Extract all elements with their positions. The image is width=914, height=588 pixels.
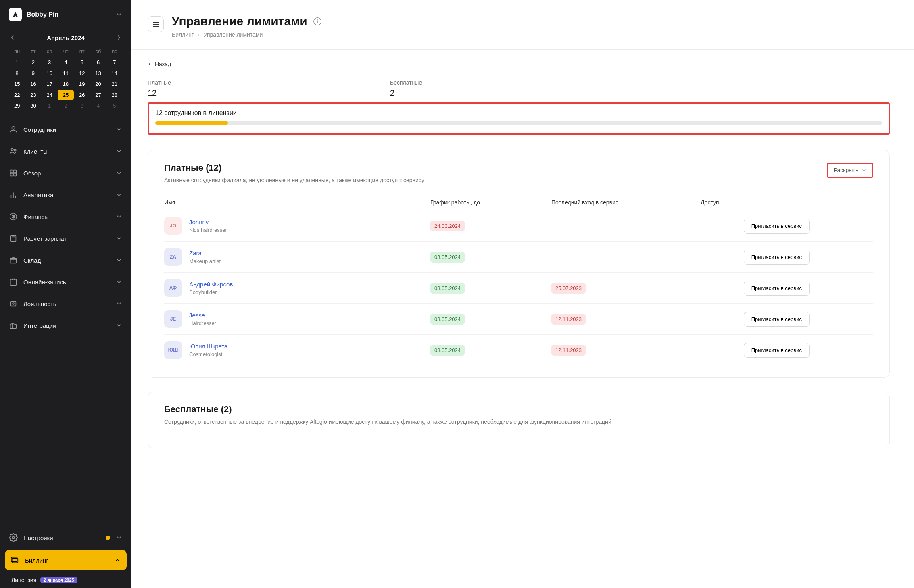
- nav-billing[interactable]: Биллинг: [5, 550, 127, 570]
- calendar-day[interactable]: 19: [74, 79, 90, 90]
- license-expiry-pill: 2 января 2025: [40, 577, 77, 583]
- stat-free-value: 2: [390, 88, 583, 98]
- employee-name[interactable]: Jesse: [189, 312, 216, 319]
- nav-license[interactable]: Лицензия 2 января 2025: [0, 572, 131, 588]
- calendar-day[interactable]: 29: [9, 100, 25, 111]
- calendar-day[interactable]: 23: [25, 90, 41, 100]
- calendar-day[interactable]: 22: [9, 90, 25, 100]
- calendar-day[interactable]: 20: [90, 79, 106, 90]
- brand-logo: [9, 8, 22, 21]
- brand-name: Bobby Pin: [27, 11, 111, 18]
- calendar-day[interactable]: 24: [42, 90, 58, 100]
- chevron-down-icon: [115, 126, 123, 133]
- breadcrumb-item[interactable]: Биллинг: [172, 31, 194, 38]
- calendar-day[interactable]: 3: [42, 57, 58, 68]
- free-card-desc: Сотрудники, ответственные за внедрение и…: [164, 418, 611, 426]
- back-label: Назад: [155, 61, 171, 67]
- calendar-day[interactable]: 7: [106, 57, 123, 68]
- employee-name[interactable]: Zara: [189, 250, 221, 256]
- nav-item[interactable]: Интеграции: [0, 315, 131, 336]
- employee-role: Kids hairdresser: [189, 227, 227, 233]
- nav-label: Аналитика: [23, 192, 110, 198]
- calendar-next-icon[interactable]: [115, 34, 123, 41]
- nav-item[interactable]: Склад: [0, 249, 131, 271]
- calendar-day[interactable]: 11: [58, 68, 74, 79]
- calendar-day[interactable]: 14: [106, 68, 123, 79]
- calendar-day[interactable]: 5: [106, 100, 123, 111]
- table-row: JOJohnnyKids hairdresser24.03.2024Пригла…: [164, 211, 873, 242]
- license-progress: [155, 121, 882, 125]
- calendar-day[interactable]: 2: [25, 57, 41, 68]
- stat-paid-value: 12: [148, 88, 357, 98]
- employee-name[interactable]: Юлия Шкрета: [189, 343, 227, 350]
- billing-icon: [10, 556, 19, 565]
- page-title: Управление лимитами: [172, 15, 307, 28]
- chevron-down-icon: [115, 191, 123, 198]
- info-icon[interactable]: [313, 17, 322, 26]
- calendar-dow: пн: [9, 46, 25, 57]
- employee-role: Bodybuilder: [189, 289, 233, 295]
- calendar-dow: ср: [42, 46, 58, 57]
- schedule-tag: 03.05.2024: [430, 283, 465, 294]
- calendar-day[interactable]: 21: [106, 79, 123, 90]
- calendar-day[interactable]: 1: [9, 57, 25, 68]
- nav-settings[interactable]: Настройки: [0, 527, 131, 548]
- calendar-day[interactable]: 13: [90, 68, 106, 79]
- calendar-day[interactable]: 25: [58, 90, 74, 100]
- chevron-down-icon: [115, 169, 123, 177]
- expand-button[interactable]: Раскрыть: [827, 163, 873, 178]
- calendar-dow: сб: [90, 46, 106, 57]
- calendar-day[interactable]: 16: [25, 79, 41, 90]
- calendar-dow: чт: [58, 46, 74, 57]
- calendar-day[interactable]: 10: [42, 68, 58, 79]
- back-link[interactable]: Назад: [148, 61, 890, 67]
- invite-button[interactable]: Пригласить в сервис: [744, 343, 810, 358]
- nav-label: Клиенты: [23, 148, 110, 155]
- calendar-day[interactable]: 5: [74, 57, 90, 68]
- employee-name[interactable]: Андрей Фирсов: [189, 281, 233, 288]
- calendar-day[interactable]: 4: [90, 100, 106, 111]
- license-usage-box: 12 сотрудников в лицензии: [148, 102, 890, 135]
- calendar-day[interactable]: 9: [25, 68, 41, 79]
- nav-item[interactable]: Лояльность: [0, 293, 131, 315]
- calendar-prev-icon[interactable]: [9, 34, 16, 41]
- nav-item[interactable]: Клиенты: [0, 140, 131, 162]
- calendar-day[interactable]: 27: [90, 90, 106, 100]
- invite-button[interactable]: Пригласить в сервис: [744, 312, 810, 327]
- calendar-day[interactable]: 26: [74, 90, 90, 100]
- svg-rect-5: [10, 173, 13, 176]
- nav-item[interactable]: Финансы: [0, 206, 131, 227]
- menu-button[interactable]: [148, 16, 164, 32]
- calendar-day[interactable]: 12: [74, 68, 90, 79]
- chevron-down-icon: [115, 322, 123, 329]
- calendar-day[interactable]: 8: [9, 68, 25, 79]
- calendar-day[interactable]: 15: [9, 79, 25, 90]
- calendar-day[interactable]: 17: [42, 79, 58, 90]
- chevron-down-icon: [115, 148, 123, 155]
- nav-item[interactable]: Расчет зарплат: [0, 227, 131, 249]
- calendar-day[interactable]: 6: [90, 57, 106, 68]
- nav-label: Интеграции: [23, 322, 110, 329]
- calendar-day[interactable]: 18: [58, 79, 74, 90]
- employee-name[interactable]: Johnny: [189, 219, 227, 225]
- schedule-tag: 03.05.2024: [430, 314, 465, 325]
- calendar-day[interactable]: 3: [74, 100, 90, 111]
- nav-item[interactable]: Аналитика: [0, 184, 131, 206]
- brand-selector[interactable]: Bobby Pin: [0, 0, 131, 29]
- breadcrumb-item: Управление лимитами: [204, 31, 263, 38]
- calendar-day[interactable]: 28: [106, 90, 123, 100]
- nav-label: Сотрудники: [23, 126, 110, 133]
- calc-icon: [9, 234, 18, 243]
- invite-button[interactable]: Пригласить в сервис: [744, 250, 810, 265]
- nav-item[interactable]: Онлайн-запись: [0, 271, 131, 293]
- last-login-tag: 12.11.2023: [551, 345, 586, 356]
- nav-item[interactable]: Обзор: [0, 162, 131, 184]
- invite-button[interactable]: Пригласить в сервис: [744, 281, 810, 296]
- building-icon: [9, 321, 18, 330]
- invite-button[interactable]: Пригласить в сервис: [744, 219, 810, 234]
- calendar-day[interactable]: 30: [25, 100, 41, 111]
- calendar-day[interactable]: 2: [58, 100, 74, 111]
- calendar-day[interactable]: 4: [58, 57, 74, 68]
- nav-item[interactable]: Сотрудники: [0, 119, 131, 140]
- calendar-day[interactable]: 1: [42, 100, 58, 111]
